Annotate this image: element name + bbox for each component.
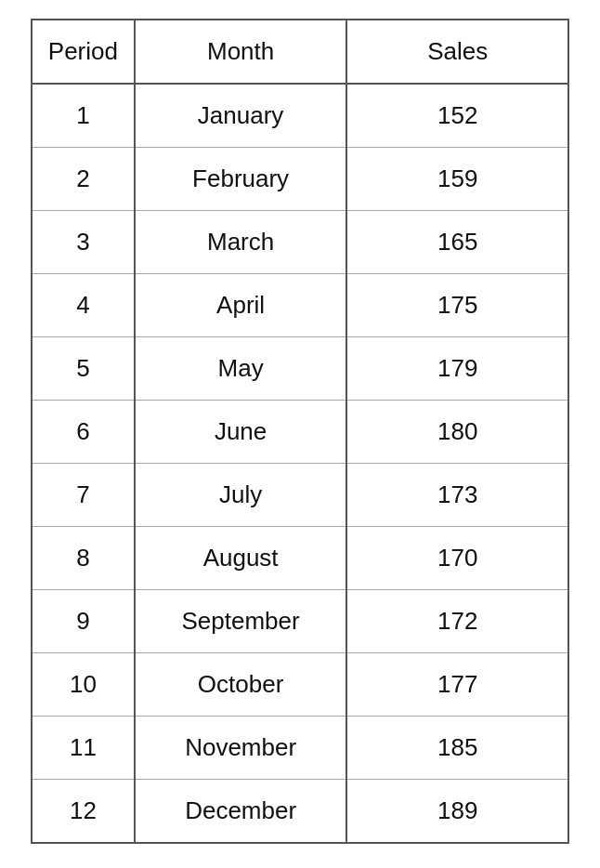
header-period: Period	[33, 20, 135, 84]
cell-month: May	[135, 337, 347, 401]
cell-month: October	[135, 653, 347, 717]
table-row: 2February159	[33, 148, 567, 211]
cell-period: 6	[33, 401, 135, 464]
cell-sales: 189	[346, 780, 567, 843]
cell-sales: 165	[346, 211, 567, 274]
sales-table-container: Period Month Sales 1January1522February1…	[31, 19, 569, 844]
cell-period: 2	[33, 148, 135, 211]
cell-period: 3	[33, 211, 135, 274]
sales-table: Period Month Sales 1January1522February1…	[33, 20, 567, 842]
table-row: 11November185	[33, 717, 567, 780]
cell-month: December	[135, 780, 347, 843]
cell-sales: 173	[346, 464, 567, 527]
cell-month: April	[135, 274, 347, 337]
table-row: 6June180	[33, 401, 567, 464]
header-month: Month	[135, 20, 347, 84]
cell-sales: 179	[346, 337, 567, 401]
cell-sales: 159	[346, 148, 567, 211]
table-row: 12December189	[33, 780, 567, 843]
cell-sales: 185	[346, 717, 567, 780]
cell-sales: 152	[346, 84, 567, 148]
table-row: 1January152	[33, 84, 567, 148]
cell-month: November	[135, 717, 347, 780]
cell-sales: 170	[346, 527, 567, 590]
cell-period: 10	[33, 653, 135, 717]
table-header-row: Period Month Sales	[33, 20, 567, 84]
cell-sales: 175	[346, 274, 567, 337]
cell-sales: 172	[346, 590, 567, 653]
cell-sales: 180	[346, 401, 567, 464]
cell-period: 9	[33, 590, 135, 653]
table-row: 7July173	[33, 464, 567, 527]
table-row: 3March165	[33, 211, 567, 274]
cell-month: February	[135, 148, 347, 211]
cell-period: 8	[33, 527, 135, 590]
table-row: 5May179	[33, 337, 567, 401]
table-row: 4April175	[33, 274, 567, 337]
cell-period: 11	[33, 717, 135, 780]
cell-month: January	[135, 84, 347, 148]
table-row: 8August170	[33, 527, 567, 590]
cell-month: August	[135, 527, 347, 590]
cell-sales: 177	[346, 653, 567, 717]
cell-month: March	[135, 211, 347, 274]
cell-month: July	[135, 464, 347, 527]
table-row: 9September172	[33, 590, 567, 653]
cell-period: 7	[33, 464, 135, 527]
cell-period: 1	[33, 84, 135, 148]
cell-period: 5	[33, 337, 135, 401]
header-sales: Sales	[346, 20, 567, 84]
cell-period: 12	[33, 780, 135, 843]
table-row: 10October177	[33, 653, 567, 717]
cell-month: June	[135, 401, 347, 464]
cell-period: 4	[33, 274, 135, 337]
cell-month: September	[135, 590, 347, 653]
